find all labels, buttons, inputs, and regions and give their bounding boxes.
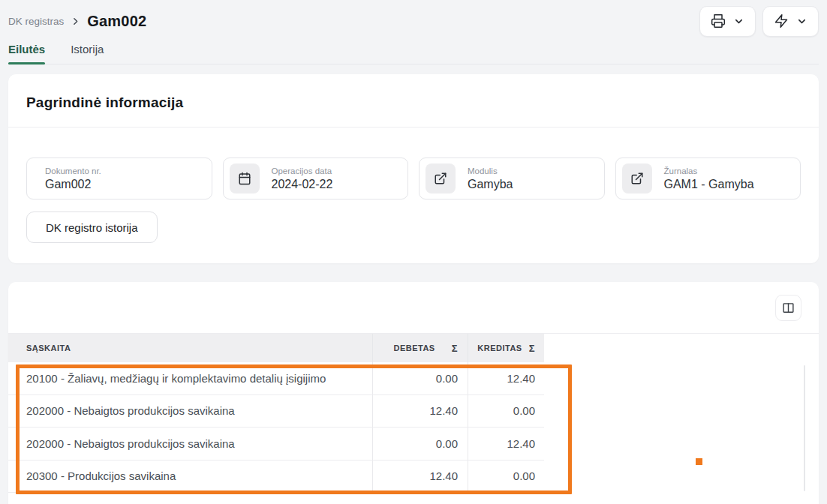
main-info-card: Pagrindinė informacija Dokumento nr. Gam… xyxy=(8,74,819,263)
breadcrumb: DK registras Gam002 xyxy=(8,13,146,30)
column-header-credit[interactable]: KREDITAS Σ xyxy=(468,334,544,362)
chevron-right-icon xyxy=(71,16,80,26)
breadcrumb-parent-link[interactable]: DK registras xyxy=(8,16,64,27)
field-value: GAM1 - Gamyba xyxy=(664,178,754,191)
external-link-icon[interactable] xyxy=(622,164,652,194)
external-link-icon[interactable] xyxy=(426,164,456,194)
table-row[interactable]: 20100 - Žaliavų, medžiagų ir komplektavi… xyxy=(8,362,544,395)
column-header-label: KREDITAS xyxy=(477,344,522,352)
printer-icon xyxy=(711,14,726,28)
table-cell-debit: 12.40 xyxy=(373,460,468,493)
lines-table: SĄSKAITA DEBETAS Σ KREDITAS Σ 20100 - Ža… xyxy=(8,333,819,493)
table-cell-debit: 12.40 xyxy=(373,395,468,428)
table-scrollbar[interactable] xyxy=(804,365,805,491)
table-cell-account: 202000 - Nebaigtos produkcijos savikaina xyxy=(8,395,373,428)
table-row[interactable]: 202000 - Nebaigtos produkcijos savikaina… xyxy=(8,428,544,460)
tab-bar: Eilutės Istorija xyxy=(8,36,819,64)
table-header-row: SĄSKAITA DEBETAS Σ KREDITAS Σ xyxy=(8,334,544,362)
chevron-down-icon xyxy=(733,16,744,27)
calendar-icon xyxy=(230,164,260,194)
top-actions xyxy=(699,6,819,37)
section-title: Pagrindinė informacija xyxy=(8,74,819,127)
field-label: Modulis xyxy=(468,166,513,176)
tab-istorija[interactable]: Istorija xyxy=(71,36,104,64)
column-header-account[interactable]: SĄSKAITA xyxy=(8,334,373,362)
dk-register-history-button[interactable]: DK registro istorija xyxy=(26,212,158,243)
table-cell-debit: 0.00 xyxy=(373,428,468,460)
column-header-label: DEBETAS xyxy=(393,344,435,352)
table-cell-credit: 0.00 xyxy=(468,460,544,493)
field-value: Gam002 xyxy=(45,178,101,191)
field-value: Gamyba xyxy=(468,178,513,191)
field-label: Žurnalas xyxy=(664,166,754,176)
table-cell-credit: 12.40 xyxy=(468,362,544,394)
lightning-icon xyxy=(774,14,789,28)
chevron-down-icon xyxy=(796,16,807,27)
quick-actions-menu-button[interactable] xyxy=(762,6,819,37)
tab-eilutes[interactable]: Eilutės xyxy=(8,36,45,64)
field-label: Dokumento nr. xyxy=(45,166,101,176)
info-fields: Dokumento nr. Gam002 Operacijos data 202… xyxy=(8,128,819,200)
column-header-debit[interactable]: DEBETAS Σ xyxy=(373,334,468,362)
table-cell-credit: 0.00 xyxy=(468,395,544,428)
table-row[interactable]: 20300 - Produkcijos savikaina 12.40 0.00 xyxy=(8,460,544,494)
table-columns-icon xyxy=(782,302,795,314)
credit-sum-icon[interactable]: Σ xyxy=(529,343,535,354)
module-field[interactable]: Modulis Gamyba xyxy=(419,158,605,200)
table-body: 20100 - Žaliavų, medžiagų ir komplektavi… xyxy=(8,362,819,493)
page: DK registras Gam002 Eilutės Istorija Pag… xyxy=(0,0,827,504)
table-cell-account: 20100 - Žaliavų, medžiagų ir komplektavi… xyxy=(8,362,373,394)
top-bar: DK registras Gam002 xyxy=(8,0,819,36)
lines-table-card: SĄSKAITA DEBETAS Σ KREDITAS Σ 20100 - Ža… xyxy=(8,282,819,504)
document-number-field[interactable]: Dokumento nr. Gam002 xyxy=(26,158,212,200)
journal-field[interactable]: Žurnalas GAM1 - Gamyba xyxy=(615,158,801,200)
table-columns-toggle-button[interactable] xyxy=(775,295,801,321)
operation-date-field[interactable]: Operacijos data 2024-02-22 xyxy=(223,158,409,200)
annotation-dot xyxy=(696,458,702,465)
table-toolbar xyxy=(8,282,819,333)
table-row[interactable]: 202000 - Nebaigtos produkcijos savikaina… xyxy=(8,395,544,428)
page-title: Gam002 xyxy=(87,13,146,30)
field-label: Operacijos data xyxy=(272,166,333,176)
debit-sum-icon[interactable]: Σ xyxy=(452,343,458,354)
field-value: 2024-02-22 xyxy=(272,178,333,191)
table-cell-debit: 0.00 xyxy=(373,362,468,394)
table-cell-account: 20300 - Produkcijos savikaina xyxy=(8,460,373,493)
table-cell-account: 202000 - Nebaigtos produkcijos savikaina xyxy=(8,428,373,460)
table-cell-credit: 12.40 xyxy=(468,428,544,460)
print-menu-button[interactable] xyxy=(699,6,756,37)
